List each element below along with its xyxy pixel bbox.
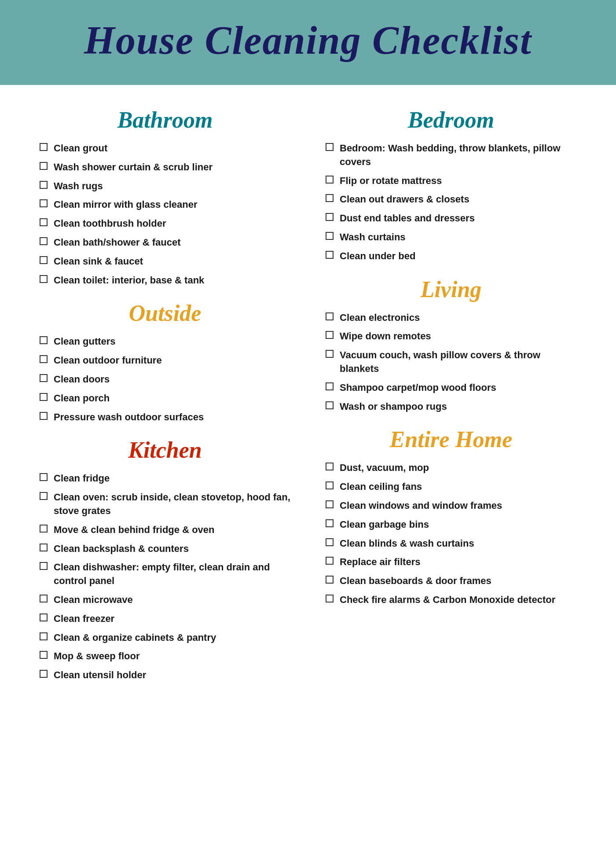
checkbox[interactable] [40, 651, 48, 659]
list-item[interactable]: Wash shower curtain & scrub liner [40, 161, 290, 174]
list-item[interactable]: Clean oven: scrub inside, clean stovetop… [40, 491, 290, 518]
list-item[interactable]: Clean sink & faucet [40, 255, 290, 268]
checkbox[interactable] [326, 576, 334, 584]
entire-home-section: Entire Home Dust, vacuum, mop Clean ceil… [321, 426, 581, 606]
checkbox[interactable] [326, 350, 334, 358]
list-item[interactable]: Pressure wash outdoor surfaces [40, 411, 290, 424]
bathroom-checklist: Clean grout Wash shower curtain & scrub … [35, 142, 295, 287]
checkbox[interactable] [326, 557, 334, 565]
list-item[interactable]: Clean toilet: interior, base & tank [40, 274, 290, 287]
checkbox[interactable] [40, 237, 48, 245]
checkbox[interactable] [40, 355, 48, 363]
checkbox[interactable] [40, 336, 48, 344]
checkbox[interactable] [326, 595, 334, 603]
checkbox[interactable] [40, 199, 48, 207]
list-item[interactable]: Clean utensil holder [40, 669, 290, 682]
list-item[interactable]: Replace air filters [326, 555, 576, 569]
checkbox[interactable] [326, 331, 334, 339]
checkbox[interactable] [40, 143, 48, 151]
list-item[interactable]: Clean bath/shower & faucet [40, 236, 290, 250]
checkbox[interactable] [326, 194, 334, 202]
list-item[interactable]: Wash or shampoo rugs [326, 400, 576, 414]
list-item[interactable]: Clean out drawers & closets [326, 193, 576, 206]
list-item[interactable]: Wash curtains [326, 231, 576, 244]
kitchen-title: Kitchen [35, 437, 295, 463]
checkbox[interactable] [326, 382, 334, 390]
checkbox[interactable] [40, 614, 48, 621]
list-item[interactable]: Clean mirror with glass cleaner [40, 198, 290, 212]
list-item[interactable]: Clean ceiling fans [326, 480, 576, 494]
list-item[interactable]: Clean freezer [40, 612, 290, 626]
left-column: Bathroom Clean grout Wash shower curtain… [35, 103, 295, 695]
list-item[interactable]: Clean dishwasher: empty filter, clean dr… [40, 561, 290, 588]
list-item[interactable]: Flip or rotate mattress [326, 174, 576, 188]
checkbox[interactable] [326, 143, 334, 151]
list-item[interactable]: Clean electronics [326, 311, 576, 325]
list-item[interactable]: Clean gutters [40, 335, 290, 349]
list-item[interactable]: Clean doors [40, 373, 290, 386]
checkbox[interactable] [326, 481, 334, 489]
bathroom-section: Bathroom Clean grout Wash shower curtain… [35, 107, 295, 287]
kitchen-section: Kitchen Clean fridge Clean oven: scrub i… [35, 437, 295, 682]
list-item[interactable]: Bedroom: Wash bedding, throw blankets, p… [326, 142, 576, 169]
list-item[interactable]: Clean backsplash & counters [40, 542, 290, 556]
list-item[interactable]: Shampoo carpet/mop wood floors [326, 381, 576, 395]
bedroom-checklist: Bedroom: Wash bedding, throw blankets, p… [321, 142, 581, 263]
checkbox[interactable] [40, 275, 48, 283]
list-item[interactable]: Check fire alarms & Carbon Monoxide dete… [326, 593, 576, 607]
checkbox[interactable] [40, 525, 48, 533]
page-title: House Cleaning Checklist [26, 18, 590, 63]
bathroom-title: Bathroom [35, 107, 295, 133]
checkbox[interactable] [40, 256, 48, 264]
checkbox[interactable] [40, 162, 48, 170]
checkbox[interactable] [40, 374, 48, 382]
list-item[interactable]: Clean porch [40, 392, 290, 405]
checkbox[interactable] [326, 176, 334, 184]
bedroom-title: Bedroom [321, 107, 581, 133]
checkbox[interactable] [326, 401, 334, 409]
list-item[interactable]: Clean & organize cabinets & pantry [40, 631, 290, 645]
list-item[interactable]: Clean outdoor furniture [40, 354, 290, 367]
checkbox[interactable] [40, 218, 48, 226]
page-header: House Cleaning Checklist [0, 0, 616, 85]
list-item[interactable]: Clean toothbrush holder [40, 217, 290, 231]
list-item[interactable]: Wash rugs [40, 180, 290, 193]
checkbox[interactable] [326, 500, 334, 508]
list-item[interactable]: Clean baseboards & door frames [326, 574, 576, 588]
list-item[interactable]: Clean blinds & wash curtains [326, 537, 576, 551]
list-item[interactable]: Clean fridge [40, 472, 290, 485]
list-item[interactable]: Vacuum couch, wash pillow covers & throw… [326, 349, 576, 376]
checkbox[interactable] [40, 181, 48, 189]
checkbox[interactable] [326, 463, 334, 470]
entire-home-title: Entire Home [321, 426, 581, 452]
list-item[interactable]: Clean windows and window frames [326, 499, 576, 513]
checkbox[interactable] [40, 562, 48, 570]
checkbox[interactable] [40, 492, 48, 500]
list-item[interactable]: Clean garbage bins [326, 518, 576, 532]
checkbox[interactable] [326, 232, 334, 240]
checkbox[interactable] [40, 544, 48, 551]
entire-home-checklist: Dust, vacuum, mop Clean ceiling fans Cle… [321, 461, 581, 606]
list-item[interactable]: Dust, vacuum, mop [326, 461, 576, 475]
main-content: Bathroom Clean grout Wash shower curtain… [0, 85, 616, 713]
checkbox[interactable] [40, 393, 48, 401]
list-item[interactable]: Clean grout [40, 142, 290, 155]
checkbox[interactable] [40, 595, 48, 603]
checkbox[interactable] [40, 473, 48, 481]
checkbox[interactable] [326, 213, 334, 221]
checkbox[interactable] [40, 670, 48, 678]
checkbox[interactable] [40, 412, 48, 420]
right-column: Bedroom Bedroom: Wash bedding, throw bla… [321, 103, 581, 695]
list-item[interactable]: Mop & sweep floor [40, 650, 290, 663]
list-item[interactable]: Clean microwave [40, 593, 290, 607]
outside-section: Outside Clean gutters Clean outdoor furn… [35, 300, 295, 424]
list-item[interactable]: Move & clean behind fridge & oven [40, 523, 290, 537]
checkbox[interactable] [326, 251, 334, 259]
list-item[interactable]: Clean under bed [326, 250, 576, 263]
checkbox[interactable] [326, 538, 334, 546]
checkbox[interactable] [326, 312, 334, 320]
checkbox[interactable] [326, 519, 334, 527]
checkbox[interactable] [40, 632, 48, 640]
list-item[interactable]: Wipe down remotes [326, 330, 576, 343]
list-item[interactable]: Dust end tables and dressers [326, 212, 576, 225]
